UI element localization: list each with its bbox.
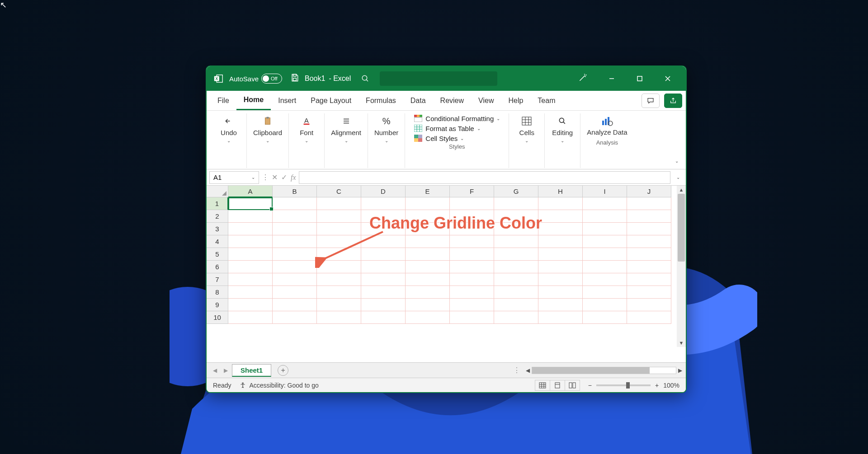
cell[interactable] <box>361 273 406 286</box>
cell[interactable] <box>228 197 273 210</box>
cell[interactable] <box>538 273 583 286</box>
cell[interactable] <box>538 235 583 248</box>
cell[interactable] <box>228 261 273 273</box>
cell[interactable] <box>627 210 671 223</box>
cell[interactable] <box>228 311 273 324</box>
cell[interactable] <box>361 311 406 324</box>
col-header[interactable]: D <box>361 186 406 197</box>
cell[interactable] <box>450 223 494 235</box>
tab-file[interactable]: File <box>210 91 236 110</box>
col-header[interactable]: E <box>406 186 450 197</box>
cell[interactable] <box>538 261 583 273</box>
col-header[interactable]: G <box>494 186 538 197</box>
row-header[interactable]: 1 <box>207 197 228 210</box>
col-header[interactable]: A <box>228 186 273 197</box>
font-button[interactable]: A Font ⌄ <box>293 113 320 145</box>
cell[interactable] <box>583 286 627 299</box>
cell[interactable] <box>317 235 361 248</box>
cell[interactable] <box>361 261 406 273</box>
cell[interactable] <box>361 299 406 311</box>
col-header[interactable]: F <box>450 186 494 197</box>
minimize-button[interactable] <box>598 70 625 88</box>
cell[interactable] <box>583 210 627 223</box>
cell[interactable] <box>361 235 406 248</box>
row-header[interactable]: 3 <box>207 223 228 235</box>
cells-button[interactable]: Cells ⌄ <box>514 113 540 145</box>
cell[interactable] <box>627 248 671 261</box>
cell[interactable] <box>317 197 361 210</box>
tab-page-layout[interactable]: Page Layout <box>303 91 359 110</box>
sheet-nav-next[interactable]: ▶ <box>221 367 230 374</box>
name-box[interactable]: A1 ⌄ <box>209 171 259 184</box>
conditional-formatting-button[interactable]: Conditional Formatting⌄ <box>414 114 500 122</box>
fx-icon[interactable]: fx <box>291 173 296 182</box>
cell[interactable] <box>273 210 317 223</box>
sheet-nav-prev[interactable]: ◀ <box>210 367 219 374</box>
cell[interactable] <box>583 197 627 210</box>
cell[interactable] <box>317 223 361 235</box>
cell[interactable] <box>406 197 450 210</box>
row-header[interactable]: 4 <box>207 235 228 248</box>
format-as-table-button[interactable]: Format as Table⌄ <box>414 124 480 132</box>
cell[interactable] <box>494 299 538 311</box>
cell[interactable] <box>583 273 627 286</box>
share-button[interactable] <box>664 94 682 108</box>
cell[interactable] <box>317 311 361 324</box>
cell[interactable] <box>494 248 538 261</box>
zoom-level[interactable]: 100% <box>663 382 679 389</box>
cell[interactable] <box>494 261 538 273</box>
tab-help[interactable]: Help <box>501 91 530 110</box>
cell[interactable] <box>273 286 317 299</box>
row-header[interactable]: 10 <box>207 311 228 324</box>
cell[interactable] <box>228 299 273 311</box>
col-header[interactable]: H <box>538 186 583 197</box>
cell[interactable] <box>627 261 671 273</box>
cell[interactable] <box>450 286 494 299</box>
expand-formula-button[interactable]: ⌄ <box>673 175 683 180</box>
cell[interactable] <box>583 235 627 248</box>
cell[interactable] <box>583 261 627 273</box>
cell[interactable] <box>406 210 450 223</box>
cell[interactable] <box>406 286 450 299</box>
cell[interactable] <box>273 261 317 273</box>
cell[interactable] <box>450 311 494 324</box>
cell[interactable] <box>317 299 361 311</box>
row-header[interactable]: 7 <box>207 273 228 286</box>
cell[interactable] <box>317 286 361 299</box>
cell[interactable] <box>228 273 273 286</box>
cell[interactable] <box>406 235 450 248</box>
tab-data[interactable]: Data <box>403 91 433 110</box>
cell[interactable] <box>538 311 583 324</box>
cell[interactable] <box>627 235 671 248</box>
formula-input[interactable] <box>299 171 670 184</box>
cell[interactable] <box>538 299 583 311</box>
cell[interactable] <box>273 311 317 324</box>
cell-styles-button[interactable]: Cell Styles⌄ <box>414 134 464 142</box>
alignment-button[interactable]: Alignment ⌄ <box>329 113 363 145</box>
collapse-ribbon-button[interactable]: ⌄ <box>671 155 682 166</box>
tab-home[interactable]: Home <box>236 91 271 110</box>
cell[interactable] <box>273 248 317 261</box>
close-button[interactable] <box>654 70 681 88</box>
cell[interactable] <box>450 261 494 273</box>
cell[interactable] <box>273 223 317 235</box>
col-header[interactable]: C <box>317 186 361 197</box>
col-header[interactable]: B <box>273 186 317 197</box>
cell[interactable] <box>273 197 317 210</box>
cell[interactable] <box>538 286 583 299</box>
cell[interactable] <box>406 223 450 235</box>
cell[interactable] <box>228 210 273 223</box>
autosave-toggle[interactable]: AutoSave Off <box>229 74 282 84</box>
undo-button[interactable]: Undo ⌄ <box>216 113 242 145</box>
tab-insert[interactable]: Insert <box>271 91 303 110</box>
cell[interactable] <box>228 248 273 261</box>
cell[interactable] <box>583 248 627 261</box>
cell[interactable] <box>538 248 583 261</box>
cell[interactable] <box>273 235 317 248</box>
cell[interactable] <box>450 248 494 261</box>
cell[interactable] <box>406 273 450 286</box>
cell[interactable] <box>494 223 538 235</box>
cell[interactable] <box>317 261 361 273</box>
tab-team[interactable]: Team <box>530 91 562 110</box>
zoom-in-button[interactable]: + <box>655 382 659 389</box>
